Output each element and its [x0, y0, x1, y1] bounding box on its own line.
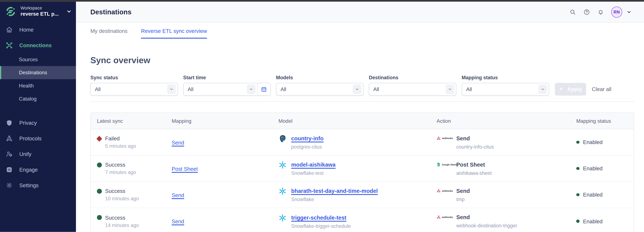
mapping-link[interactable]: Send — [172, 218, 184, 225]
table-row: Success14 minutes agoSendtrigger-schedul… — [91, 208, 634, 232]
destination-logo-label: webhooks — [442, 137, 453, 139]
destination-logo-label: webhooks — [442, 216, 453, 218]
workspace-switcher[interactable]: Workspace reverse ETL p... — [0, 1, 76, 17]
clear-all-button[interactable]: Clear all — [592, 86, 612, 92]
model-link[interactable]: bharath-test-day-and-time-model — [291, 188, 378, 195]
mapping-link[interactable]: Post Sheet — [172, 166, 198, 172]
chevron-down-icon — [538, 85, 547, 94]
destination-logo-label: webhooks — [442, 190, 453, 192]
sidebar-item-connections[interactable]: Connections — [0, 37, 76, 53]
action-name: Send — [456, 135, 494, 142]
calendar-icon[interactable] — [257, 83, 270, 95]
sidebar-item-protocols[interactable]: Protocols — [0, 131, 76, 146]
sidebar-item-home[interactable]: Home — [0, 22, 76, 37]
mapping-status-text: Enabled — [583, 218, 603, 224]
sync-overview-table: Latest syncMappingModelActionMapping sta… — [90, 112, 634, 232]
sidebar-item-label: Unify — [19, 151, 32, 157]
search-icon[interactable] — [569, 8, 576, 15]
filter-label: Start time — [183, 75, 271, 81]
sidebar-item-label: Catalog — [19, 96, 36, 102]
sidebar-item-label: Health — [19, 83, 34, 89]
column-header-mapping: Mapping — [172, 118, 278, 124]
mapping-link[interactable]: Send — [172, 192, 184, 198]
latest-sync-cell: Success10 minutes ago — [91, 188, 172, 202]
chevron-down-icon[interactable] — [626, 9, 632, 14]
column-header-model: Model — [278, 118, 437, 124]
filter-select-start-time[interactable]: All — [184, 83, 257, 95]
model-link[interactable]: trigger-schedule-test — [291, 214, 346, 221]
filter-field-mapping-status: Mapping statusAll — [462, 75, 549, 96]
mapping-cell: Post Sheet — [172, 165, 278, 172]
action-name: Send — [456, 187, 470, 194]
topbar: Destinations RN — [76, 1, 644, 22]
mapping-status-text: Enabled — [583, 166, 603, 172]
filter-select-models[interactable]: All — [276, 83, 363, 95]
google-sheets-logo: Google Sheets — [437, 162, 453, 166]
sidebar-item-health[interactable]: Health — [0, 79, 76, 92]
filter-select-mapping-status[interactable]: All — [462, 83, 549, 95]
enabled-dot-icon — [576, 167, 579, 170]
table-row: Failed5 minutes agoSendcountry-infopostg… — [91, 129, 634, 156]
avatar[interactable]: RN — [611, 6, 622, 17]
workspace-name: reverse ETL p... — [20, 11, 62, 17]
snowflake-icon — [278, 214, 287, 222]
sidebar-item-label: Settings — [19, 182, 39, 188]
mapping-link[interactable]: Send — [172, 139, 184, 146]
sidebar-item-settings[interactable]: Settings — [0, 177, 76, 193]
help-icon[interactable] — [583, 8, 590, 15]
filter-label: Destinations — [369, 75, 456, 81]
model-link[interactable]: model-aishikawa — [291, 161, 336, 168]
sidebar-item-engage[interactable]: Engage — [0, 162, 76, 177]
apply-button[interactable]: Apply — [555, 83, 586, 96]
enabled-dot-icon — [576, 220, 579, 223]
filter-label: Models — [276, 75, 364, 81]
google-sheets-icon — [437, 162, 441, 166]
latest-sync-cell: Failed5 minutes ago — [91, 136, 172, 149]
select-value: All — [373, 86, 446, 92]
tab-reverse-etl-sync-overview[interactable]: Reverse ETL sync overview — [141, 22, 207, 39]
filter-icon — [559, 86, 564, 92]
action-destination: country-info-citus — [456, 144, 494, 150]
model-cell: model-aishikawaSnowflake-test — [278, 161, 437, 176]
tab-bar: My destinationsReverse ETL sync overview — [76, 22, 644, 39]
model-link[interactable]: country-info — [291, 135, 324, 142]
sidebar-item-unify[interactable]: Unify — [0, 146, 76, 162]
sync-time: 14 minutes ago — [97, 222, 172, 228]
action-destination: aishikawa-sheet — [456, 170, 492, 176]
chevron-down-icon — [167, 85, 176, 94]
sidebar: Workspace reverse ETL p... HomeConnectio… — [0, 1, 76, 232]
filter-select-destinations[interactable]: All — [369, 83, 456, 95]
sidebar-item-destinations[interactable]: Destinations — [0, 66, 76, 79]
model-source: Snowflake — [291, 197, 378, 202]
column-header-action: Action — [437, 118, 574, 124]
webhooks-logo: webhooks — [437, 215, 453, 219]
chevron-down-icon — [66, 8, 72, 14]
sidebar-item-sources[interactable]: Sources — [0, 53, 76, 66]
mapping-status-cell: Enabled — [574, 192, 634, 198]
filter-select-sync-status[interactable]: All — [91, 83, 177, 95]
notifications-bell-icon[interactable] — [597, 8, 604, 15]
apply-label: Apply — [567, 86, 582, 92]
filter-label: Mapping status — [462, 75, 549, 81]
protocols-icon — [6, 135, 13, 142]
rudderstack-logo-icon — [5, 6, 16, 16]
content: Sync overview Sync statusAllStart timeAl… — [76, 55, 644, 232]
mapping-status-cell: Enabled — [574, 218, 634, 224]
sync-status-text: Failed — [105, 136, 120, 142]
filter-field-models: ModelsAll — [276, 75, 364, 96]
select-value: All — [280, 86, 353, 92]
sync-time: 7 minutes ago — [97, 170, 172, 175]
top-strip — [0, 0, 644, 1]
filter-label: Sync status — [90, 75, 178, 81]
webhooks-icon — [437, 136, 441, 140]
model-cell: bharath-test-day-and-time-modelSnowflake — [278, 187, 437, 202]
page-title: Destinations — [90, 8, 132, 16]
sidebar-item-privacy[interactable]: Privacy — [0, 115, 76, 131]
filter-field-sync-status: Sync statusAll — [90, 75, 178, 96]
tab-my-destinations[interactable]: My destinations — [90, 22, 128, 39]
mapping-status-cell: Enabled — [574, 139, 634, 145]
settings-icon — [6, 182, 13, 189]
chevron-down-icon — [247, 85, 256, 94]
sidebar-item-catalog[interactable]: Catalog — [0, 92, 76, 106]
select-value: All — [188, 86, 247, 92]
